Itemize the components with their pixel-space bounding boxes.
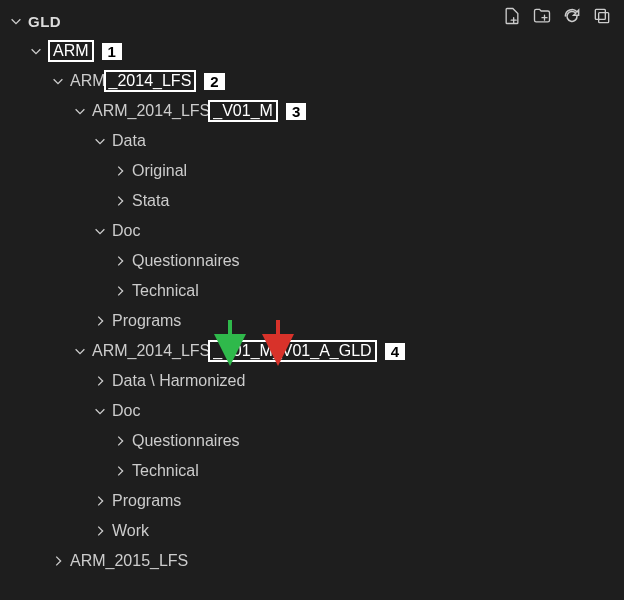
folder-questionnaires[interactable]: Questionnaires xyxy=(0,246,624,276)
chevron-down-icon xyxy=(28,44,44,58)
folder-questionnaires-2[interactable]: Questionnaires xyxy=(0,426,624,456)
folder-doc-2[interactable]: Doc xyxy=(0,396,624,426)
folder-label: Original xyxy=(132,162,187,180)
chevron-down-icon xyxy=(8,14,24,28)
chevron-right-icon xyxy=(92,314,108,328)
svg-rect-0 xyxy=(595,9,605,19)
chevron-right-icon xyxy=(92,524,108,538)
explorer-toolbar xyxy=(502,6,612,26)
folder-label: Programs xyxy=(112,492,181,510)
chevron-right-icon xyxy=(50,554,66,568)
folder-arm-2014-v01a-gld[interactable]: ARM_2014_LFS_V01_M_V01_A_GLD 4 xyxy=(0,336,624,366)
folder-arm[interactable]: ARM 1 xyxy=(0,36,624,66)
chevron-down-icon xyxy=(92,134,108,148)
folder-label: Questionnaires xyxy=(132,432,240,450)
folder-original[interactable]: Original xyxy=(0,156,624,186)
collapse-all-icon[interactable] xyxy=(592,6,612,26)
folder-label: ARM_2015_LFS xyxy=(70,552,188,570)
svg-rect-1 xyxy=(599,13,609,23)
file-explorer: GLD ARM 1 ARM_2014_LFS 2 ARM_2014_LFS_V0… xyxy=(0,0,624,576)
folder-label: Work xyxy=(112,522,149,540)
new-folder-icon[interactable] xyxy=(532,6,552,26)
folder-data[interactable]: Data xyxy=(0,126,624,156)
folder-label-prefix: ARM_2014_LFS xyxy=(92,342,210,360)
chevron-down-icon xyxy=(72,104,88,118)
chevron-right-icon xyxy=(112,434,128,448)
folder-data-harmonized[interactable]: Data \ Harmonized xyxy=(0,366,624,396)
chevron-right-icon xyxy=(112,464,128,478)
callout-2: 2 xyxy=(204,73,224,90)
callout-1: 1 xyxy=(102,43,122,60)
folder-technical-2[interactable]: Technical xyxy=(0,456,624,486)
folder-label: Stata xyxy=(132,192,169,210)
folder-label-boxed: _2014_LFS xyxy=(104,70,197,92)
chevron-right-icon xyxy=(112,194,128,208)
new-file-icon[interactable] xyxy=(502,6,522,26)
chevron-right-icon xyxy=(92,494,108,508)
chevron-right-icon xyxy=(92,374,108,388)
folder-stata[interactable]: Stata xyxy=(0,186,624,216)
folder-doc[interactable]: Doc xyxy=(0,216,624,246)
chevron-right-icon xyxy=(112,164,128,178)
folder-arm-2014-v01m[interactable]: ARM_2014_LFS_V01_M 3 xyxy=(0,96,624,126)
root-label: GLD xyxy=(28,13,61,30)
folder-programs[interactable]: Programs xyxy=(0,306,624,336)
callout-3: 3 xyxy=(286,103,306,120)
folder-label: Data xyxy=(112,132,146,150)
callout-4: 4 xyxy=(385,343,405,360)
folder-programs-2[interactable]: Programs xyxy=(0,486,624,516)
folder-label-prefix: ARM_2014_LFS xyxy=(92,102,210,120)
folder-label-boxed: _V01_M xyxy=(208,100,278,122)
folder-label-prefix: ARM xyxy=(70,72,106,90)
folder-label: Doc xyxy=(112,402,140,420)
chevron-down-icon xyxy=(92,404,108,418)
chevron-right-icon xyxy=(112,254,128,268)
folder-label-boxed: ARM xyxy=(48,40,94,62)
folder-label: Technical xyxy=(132,282,199,300)
chevron-down-icon xyxy=(50,74,66,88)
chevron-down-icon xyxy=(72,344,88,358)
folder-label: Programs xyxy=(112,312,181,330)
folder-arm-2015-lfs[interactable]: ARM_2015_LFS xyxy=(0,546,624,576)
folder-label: Data \ Harmonized xyxy=(112,372,245,390)
chevron-down-icon xyxy=(92,224,108,238)
folder-label: Technical xyxy=(132,462,199,480)
chevron-right-icon xyxy=(112,284,128,298)
folder-work[interactable]: Work xyxy=(0,516,624,546)
folder-label-boxed: _V01_M_V01_A_GLD xyxy=(208,340,376,362)
folder-label: Questionnaires xyxy=(132,252,240,270)
folder-technical[interactable]: Technical xyxy=(0,276,624,306)
refresh-icon[interactable] xyxy=(562,6,582,26)
folder-label: Doc xyxy=(112,222,140,240)
folder-arm-2014-lfs[interactable]: ARM_2014_LFS 2 xyxy=(0,66,624,96)
